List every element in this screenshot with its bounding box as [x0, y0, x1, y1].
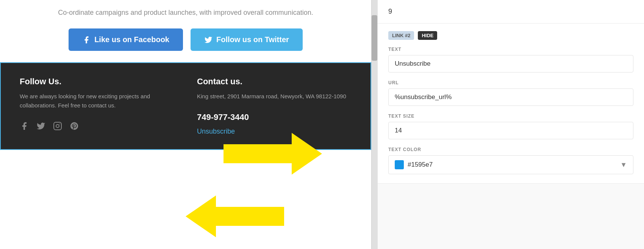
button-row: Like us on Facebook Follow us on Twitter	[15, 28, 356, 51]
top-section: Co-ordinate campaigns and product launch…	[0, 0, 371, 62]
unsubscribe-link[interactable]: Unsubscribe	[197, 128, 235, 135]
left-arrow	[186, 195, 284, 237]
svg-point-2	[59, 124, 60, 124]
preview-wrapper: Follow Us. We are always looking for new…	[0, 62, 371, 249]
url-value: %unsubscribe_url%	[388, 88, 633, 106]
contact-address: King street, 2901 Marmara road, Newyork,…	[197, 92, 352, 101]
text-size-field-block: TEXT SIZE 14	[388, 113, 633, 139]
text-color-label: TEXT COLOR	[388, 147, 633, 152]
contact-heading: Contact us.	[197, 77, 352, 87]
right-inner: 9 LINK #2 HIDE TEXT Unsubscribe URL %uns…	[378, 0, 644, 184]
svg-marker-4	[186, 195, 284, 237]
left-panel: Co-ordinate campaigns and product launch…	[0, 0, 371, 249]
footer-right: Contact us. King street, 2901 Marmara ro…	[197, 77, 352, 136]
twitter-icon	[204, 36, 213, 44]
text-size-label: TEXT SIZE	[388, 113, 633, 119]
text-label: TEXT	[388, 47, 633, 52]
link-section: LINK #2 HIDE TEXT Unsubscribe URL %unsub…	[378, 24, 644, 184]
pinterest-social-icon[interactable]	[70, 121, 79, 133]
link-badge: LINK #2	[388, 31, 414, 40]
twitter-social-icon[interactable]	[36, 121, 45, 133]
color-swatch	[395, 160, 404, 169]
right-panel: 9 LINK #2 HIDE TEXT Unsubscribe URL %uns…	[377, 0, 644, 249]
footer-left: Follow Us. We are always looking for new…	[20, 77, 174, 136]
footer-section: Follow Us. We are always looking for new…	[0, 62, 371, 150]
scrollbar-thumb[interactable]	[372, 15, 377, 61]
facebook-icon	[82, 36, 91, 44]
svg-rect-0	[54, 122, 61, 130]
number-row: 9	[378, 0, 644, 24]
text-value: Unsubscribe	[388, 55, 633, 72]
url-label: URL	[388, 80, 633, 85]
follow-heading: Follow Us.	[20, 77, 174, 87]
text-field-block: TEXT Unsubscribe	[388, 47, 633, 72]
text-size-value: 14	[388, 122, 633, 139]
hide-badge-button[interactable]: HIDE	[418, 31, 437, 40]
social-icons-row	[20, 121, 174, 133]
color-row[interactable]: #1595e7 ▼	[388, 155, 633, 174]
svg-point-1	[56, 124, 59, 128]
number-value: 9	[388, 8, 392, 15]
color-value: #1595e7	[408, 161, 433, 169]
instagram-social-icon[interactable]	[53, 121, 62, 133]
scrollbar-track[interactable]	[371, 0, 377, 249]
link-header: LINK #2 HIDE	[388, 31, 633, 40]
facebook-social-icon[interactable]	[20, 121, 29, 133]
url-field-block: URL %unsubscribe_url%	[388, 80, 633, 106]
twitter-button[interactable]: Follow us on Twitter	[191, 28, 303, 51]
facebook-button[interactable]: Like us on Facebook	[69, 28, 183, 51]
subtitle-text: Co-ordinate campaigns and product launch…	[15, 8, 356, 18]
contact-phone: 749-977-3440	[197, 112, 352, 122]
color-dropdown-icon[interactable]: ▼	[620, 161, 627, 169]
follow-text: We are always looking for new exciting p…	[20, 92, 174, 110]
text-color-field-block: TEXT COLOR #1595e7 ▼	[388, 147, 633, 174]
